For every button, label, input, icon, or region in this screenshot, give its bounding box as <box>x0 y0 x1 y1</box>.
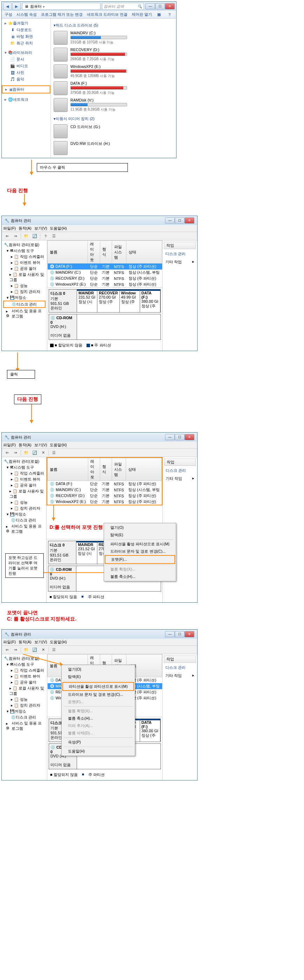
actions-diskmgmt[interactable]: 디스크 관리 <box>164 663 196 671</box>
ctx-mirror[interactable]: 미러 추가(A)... <box>62 722 134 729</box>
tree-services[interactable]: ▸ ⚙ 서비스 및 응용 프로그램 <box>3 523 45 535</box>
close-button[interactable]: ✕ <box>185 434 194 440</box>
actions-other[interactable]: 기타 작업 ▸ <box>164 475 196 483</box>
tree-item[interactable]: ▸ 📋 이벤트 뷰어 <box>3 673 46 679</box>
sidebar-item-documents[interactable]: 📄문서 <box>2 56 51 63</box>
column-header[interactable]: 볼륨 <box>48 241 88 264</box>
menu-help[interactable]: 도움말(H) <box>50 442 67 448</box>
minimize-button[interactable]: — <box>165 434 175 440</box>
volume-row[interactable]: 💿 DATA (F:)단순기본NTFS정상 (주 파티션) <box>48 264 162 270</box>
menu-organize[interactable]: 구성 <box>5 12 12 17</box>
tree-systools[interactable]: ▾ 🛠 시스템 도구 <box>3 465 45 470</box>
help-icon[interactable]: ? <box>167 12 172 17</box>
ctx-open[interactable]: 열기(O) <box>62 666 134 673</box>
nav-forward-button[interactable]: ▶ <box>12 2 21 10</box>
column-header[interactable]: 파일 시스템 <box>112 241 126 264</box>
menu-file[interactable]: 파일(F) <box>3 226 16 231</box>
minimize-button[interactable]: — <box>145 3 155 10</box>
tree-item[interactable]: ▸ 📋 로컬 사용자 및 그룹 <box>3 488 45 500</box>
drive-item[interactable]: DATA (F:) 379GB 중 20.9GB 사용 가능 <box>54 81 127 95</box>
tree-item[interactable]: ▸ 📋 성능 <box>3 500 45 505</box>
menu-view[interactable]: 보기(V) <box>34 226 47 231</box>
column-header[interactable]: 상태 <box>126 458 162 481</box>
ctx-extend[interactable]: 볼륨 확장(X)... <box>62 707 134 715</box>
ctx-shrink[interactable]: 볼륨 축소(H)... <box>105 573 175 580</box>
disk-partition[interactable]: DATA (F:)380.00 GI정상 (주 <box>140 290 161 312</box>
volume-row[interactable]: 💿 MAINDRV (C:)단순기본NTFS정상 (시스템, 부팅 <box>48 487 162 493</box>
column-header[interactable]: 레이아웃 <box>88 458 100 481</box>
tb-fwd-button[interactable]: ⇒ <box>11 449 19 457</box>
removable-item[interactable]: CD 드라이브 (G:) <box>54 124 127 138</box>
ctx-change-letter[interactable]: 드라이브 문자 및 경로 변경(C)... <box>105 548 175 555</box>
column-header[interactable]: 레이아웃 <box>88 241 100 264</box>
menu-controlpanel[interactable]: 제어판 열기 <box>132 12 152 17</box>
ctx-explore[interactable]: 탐색(E) <box>62 673 134 680</box>
tb-up-button[interactable]: 📁 <box>22 233 30 240</box>
sidebar-item-recent[interactable]: 📁최근 위치 <box>2 40 51 46</box>
tree-item[interactable]: ▸ 📋 작업 스케줄러 <box>3 470 45 476</box>
column-header[interactable]: 파일 시스템 <box>112 458 126 481</box>
ctx-properties[interactable]: 속성(P) <box>62 738 134 746</box>
disk-partition[interactable]: MAINDR231.52 GI정상 (시 <box>76 541 97 564</box>
ctx-open[interactable]: 열기(O) <box>105 524 175 531</box>
volume-row[interactable]: 💿 DATA (F:)단순기본NTFS정상 (주 파티션) <box>48 481 162 487</box>
sidebar-libraries[interactable]: ▾📚 라이브러리 <box>2 49 51 56</box>
sidebar-favorites[interactable]: ▸⭐ 즐겨찾기 <box>2 20 51 27</box>
maximize-button[interactable]: ☐ <box>155 3 165 10</box>
tree-item[interactable]: ▸ 📋 이벤트 뷰어 <box>3 260 46 266</box>
menu-action[interactable]: 동작(A) <box>19 442 32 448</box>
cdrom-row[interactable]: 💿 CD-ROM 0 DVD (H:) 미디어 없음 <box>49 314 161 340</box>
tb-back-button[interactable]: ⇐ <box>3 233 11 240</box>
disk-0-row[interactable]: 디스크 0 기본 931.51 GB 온라인 MAINDR231.52 GI정상… <box>49 289 161 313</box>
tb-refresh-button[interactable]: 🔄 <box>31 233 38 240</box>
menu-view[interactable]: 보기(V) <box>34 640 47 645</box>
ctx-extend[interactable]: 볼륨 확장(X)... <box>105 566 175 573</box>
column-header[interactable]: 형식 <box>100 241 112 264</box>
tb-x-button[interactable]: ✕ <box>39 449 47 457</box>
tb-x-button[interactable]: ✕ <box>39 646 47 654</box>
close-button[interactable]: ✕ <box>185 631 194 637</box>
menu-file[interactable]: 파일(F) <box>3 640 16 645</box>
tree-item[interactable]: ▸ 📋 로컬 사용자 및 그룹 <box>3 272 46 283</box>
tree-item[interactable]: ▸ 📋 성능 <box>3 697 46 702</box>
menu-file[interactable]: 파일(F) <box>3 442 16 448</box>
sidebar-item-pictures[interactable]: 🖼사진 <box>2 69 51 76</box>
ctx-help[interactable]: 도움말(H) <box>62 748 134 755</box>
tree-storage[interactable]: ▾ 💾 저장소 <box>3 295 46 301</box>
tree-item[interactable]: ▸ 📋 공유 폴더 <box>3 266 46 272</box>
drive-item[interactable]: RAMDisk (V:) 11.9GB 중 8.28GB 사용 가능 <box>54 98 127 112</box>
tree-storage[interactable]: ▾ 💾 저장소 <box>3 511 45 517</box>
volume-row[interactable]: 💿 WindowsXP2 (E:)단순기본NTFS정상 (주 파티션) <box>48 499 162 505</box>
disk-partition[interactable]: DATA (F:)380.00 GI정상 (주 <box>140 719 161 741</box>
sidebar-item-videos[interactable]: 🎬비디오 <box>2 63 51 69</box>
volume-row[interactable]: 💿 RECOVERY (D:)단순기본NTFS정상 (주 파티션) <box>48 493 162 499</box>
menu-properties[interactable]: 시스템 속성 <box>16 12 37 17</box>
close-button[interactable]: ✕ <box>165 3 175 10</box>
actions-diskmgmt[interactable]: 디스크 관리 <box>164 466 196 475</box>
menu-help[interactable]: 도움말(H) <box>50 640 67 645</box>
tree-diskmgmt[interactable]: 💿 디스크 관리 <box>3 301 46 308</box>
tree-systools[interactable]: ▾ 🛠 시스템 도구 <box>3 248 46 254</box>
tree-diskmgmt[interactable]: 💿 디스크 관리 <box>3 517 45 523</box>
actions-other[interactable]: 기타 작업 ▸ <box>164 671 196 680</box>
tree-root[interactable]: 🔧 컴퓨터 관리(로컬) <box>3 242 46 248</box>
disk-partition[interactable]: Window49.99 GI정상 (주 <box>120 290 140 312</box>
tree-item[interactable]: ▸ 📋 작업 스케줄러 <box>3 667 46 673</box>
tree-diskmgmt[interactable]: 💿 디스크 관리 <box>3 714 46 720</box>
removable-item[interactable]: DVD RW 드라이브 (H:) <box>54 141 127 155</box>
tree-services[interactable]: ▸ ⚙ 서비스 및 응용 프로그램 <box>3 720 46 732</box>
sidebar-item-music[interactable]: 🎵음악 <box>2 76 51 83</box>
ctx-change-letter[interactable]: 드라이브 문자 및 경로 변경(C)... <box>62 691 134 698</box>
tree-item[interactable]: ▸ 📋 장치 관리자 <box>3 289 46 295</box>
section-hdd[interactable]: ▾ 하드 디스크 드라이브 (5) <box>54 23 173 28</box>
tb-back-button[interactable]: ⇐ <box>3 646 11 654</box>
maximize-button[interactable]: ☐ <box>175 217 185 224</box>
tree-item[interactable]: ▸ 📋 공유 폴더 <box>3 679 46 685</box>
tree-item[interactable]: ▸ 📋 이벤트 뷰어 <box>3 476 45 482</box>
column-header[interactable]: 형식 <box>100 458 112 481</box>
tb-back-button[interactable]: ⇐ <box>3 449 11 457</box>
tree-item[interactable]: ▸ 📋 공유 폴더 <box>3 482 45 488</box>
menu-action[interactable]: 동작(A) <box>19 640 32 645</box>
sidebar-item-downloads[interactable]: ⬇다운로드 <box>2 27 51 33</box>
actions-other[interactable]: 기타 작업 ▸ <box>164 258 196 266</box>
